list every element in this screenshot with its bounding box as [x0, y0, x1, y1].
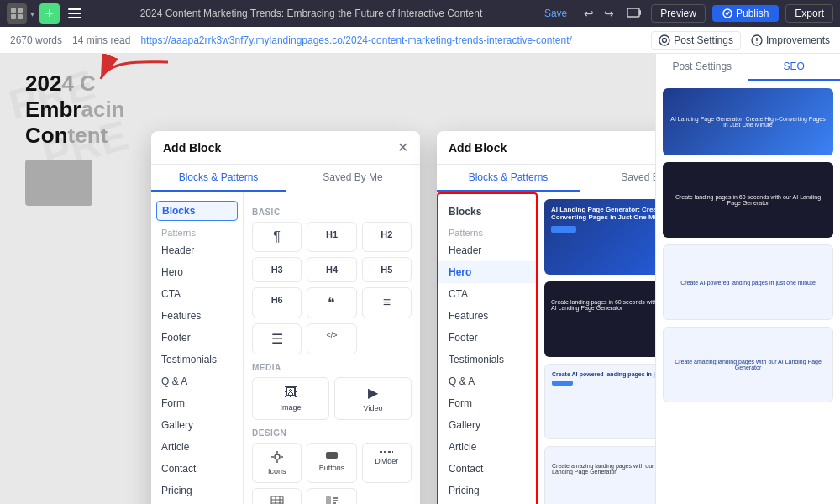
modal-2-sidebar-testimonials[interactable]: Testimonials [438, 349, 536, 370]
sidebar-item-article[interactable]: Article [151, 436, 243, 458]
modal-2-sidebar-features[interactable]: Features [438, 305, 536, 327]
sidebar-item-qa[interactable]: Q & A [151, 370, 243, 392]
design-label: DESIGN [252, 428, 412, 438]
device-toggle-button[interactable] [624, 5, 644, 22]
sidebar-item-hero[interactable]: Hero [151, 261, 243, 283]
toolbar: ▾ + 2024 Content Marketing Trends: Embra… [0, 0, 840, 27]
svg-rect-20 [326, 452, 338, 459]
sub-toolbar: 2670 words 14 mins read https://aaapa2rr… [0, 27, 840, 54]
block-buttons[interactable]: Buttons [307, 443, 356, 483]
block-image[interactable]: 🖼 Image [252, 377, 329, 420]
modal-2-sidebar-pricing[interactable]: Pricing [438, 480, 536, 501]
modal-2-sidebar-form[interactable]: Form [438, 392, 536, 414]
modal-2-sidebar-article[interactable]: Article [438, 436, 536, 458]
block-divider[interactable]: Divider [362, 443, 412, 483]
modal-2-blocks-label: Blocks [438, 201, 536, 223]
sidebar-item-gallery[interactable]: Gallery [151, 414, 243, 436]
modal-2-sidebar-cta[interactable]: CTA [438, 283, 536, 305]
export-button[interactable]: Export [785, 4, 833, 23]
block-table[interactable]: Table [252, 488, 302, 504]
svg-rect-27 [326, 496, 331, 504]
page-url[interactable]: https://aaapa2rrk3w3nf7y.mylandingpages.… [140, 34, 641, 46]
redo-button[interactable]: ↪ [601, 5, 617, 22]
logo-area: ▾ [7, 3, 34, 24]
block-quote[interactable]: ❝ [307, 287, 356, 318]
modal-2-sidebar-gallery[interactable]: Gallery [438, 414, 536, 436]
improvements-button[interactable]: Improvements [751, 31, 830, 50]
modal-2-sidebar-contact[interactable]: Contact [438, 458, 536, 480]
media-blocks-grid: 🖼 Image ▶ Video [252, 377, 412, 420]
logo-chevron-icon[interactable]: ▾ [30, 9, 34, 18]
sidebar-item-form[interactable]: Form [151, 392, 243, 414]
modal-2-sidebar: Blocks Patterns Header Hero CTA Features… [437, 192, 538, 504]
block-media-text[interactable]: Media&Text [307, 488, 356, 504]
svg-rect-7 [627, 8, 639, 17]
modal-2-sidebar-footer[interactable]: Footer [438, 327, 536, 349]
block-list-ordered[interactable]: ≡ [362, 287, 412, 318]
publish-button[interactable]: Publish [712, 5, 779, 22]
right-tab-seo[interactable]: SEO [748, 54, 841, 81]
modal-1-tab-saved[interactable]: Saved By Me [286, 165, 420, 192]
sidebar-item-pricing[interactable]: Pricing [151, 480, 243, 501]
modal-2-sidebar-qa[interactable]: Q & A [438, 370, 536, 392]
block-h1[interactable]: H1 [307, 222, 356, 252]
sidebar-item-testimonials[interactable]: Testimonials [151, 349, 243, 370]
sidebar-item-cta[interactable]: CTA [151, 283, 243, 305]
sidebar-item-contact[interactable]: Contact [151, 458, 243, 480]
logo-icon[interactable] [7, 3, 27, 24]
block-video[interactable]: ▶ Video [334, 377, 412, 420]
modal-2-tab-saved[interactable]: Saved By Me [580, 165, 655, 192]
word-count: 2670 words [10, 34, 62, 46]
right-preview-1[interactable]: AI Landing Page Generator: Create High-C… [663, 88, 833, 155]
block-h3[interactable]: H3 [252, 257, 302, 282]
modal-2-sidebar-hero[interactable]: Hero [438, 261, 536, 283]
sidebar-item-features[interactable]: Features [151, 305, 243, 327]
modal-2-body: Blocks Patterns Header Hero CTA Features… [437, 192, 655, 504]
block-h4[interactable]: H4 [307, 257, 356, 282]
menu-icon[interactable] [65, 3, 85, 24]
sidebar-item-footer[interactable]: Footer [151, 327, 243, 349]
preview-card-4[interactable]: Create amazing landing pages with our AI… [544, 446, 655, 504]
undo-button[interactable]: ↩ [580, 5, 597, 22]
svg-rect-3 [18, 14, 23, 19]
modal-2-patterns-label: Patterns [438, 223, 536, 239]
block-list-unordered[interactable]: ☰ [252, 323, 302, 354]
preview-card-3[interactable]: Create AI-powered landing pages in just … [544, 364, 655, 439]
publish-label: Publish [736, 8, 769, 19]
sub-toolbar-right: Post Settings Improvements [651, 31, 830, 50]
right-preview-4-text: Create amazing landing pages with our AI… [670, 359, 826, 370]
right-preview-3[interactable]: Create AI-powered landing pages in just … [663, 244, 833, 320]
block-code[interactable]: </> [307, 323, 356, 354]
sidebar-item-blocks[interactable]: Blocks [156, 201, 238, 221]
modal-2-title: Add Block [449, 141, 507, 155]
block-paragraph[interactable]: ¶ [252, 222, 302, 252]
block-icons[interactable]: Icons [252, 443, 302, 483]
block-h6[interactable]: H6 [252, 287, 302, 318]
modal-1-header: Add Block ✕ [151, 131, 420, 165]
block-h5[interactable]: H5 [362, 257, 412, 282]
modal-1-close-button[interactable]: ✕ [397, 139, 408, 155]
main-area: PRE PRE 2024 C Embracin Content [0, 54, 840, 504]
design-blocks-grid: Icons Buttons Divider [252, 443, 412, 504]
modal-2-tabs: Blocks & Patterns Saved By Me [437, 165, 655, 192]
editor-area: PRE PRE 2024 C Embracin Content [0, 54, 655, 504]
modal-2-sidebar-header[interactable]: Header [438, 239, 536, 261]
modal-2-tab-blocks[interactable]: Blocks & Patterns [437, 165, 580, 192]
right-tab-post-settings[interactable]: Post Settings [656, 54, 748, 81]
add-block-button[interactable]: + [39, 3, 60, 24]
post-settings-button[interactable]: Post Settings [651, 31, 741, 50]
sidebar-item-header[interactable]: Header [151, 239, 243, 261]
preview-button[interactable]: Preview [651, 4, 706, 23]
block-h2[interactable]: H2 [362, 222, 412, 252]
modal-1-tab-blocks[interactable]: Blocks & Patterns [151, 165, 286, 192]
right-preview-1-text: AI Landing Page Generator: Create High-C… [669, 116, 827, 128]
right-preview-4[interactable]: Create amazing landing pages with our AI… [663, 327, 833, 402]
save-button[interactable]: Save [538, 5, 574, 22]
preview-card-2[interactable]: Create landing pages in 60 seconds with … [544, 281, 655, 357]
preview-card-1[interactable]: AI Landing Page Generator: Create High-C… [544, 199, 655, 275]
right-preview-2[interactable]: Create landing pages in 60 seconds with … [663, 162, 833, 238]
read-time: 14 mins read [72, 34, 130, 46]
media-label: MEDIA [252, 363, 412, 372]
svg-rect-6 [68, 17, 81, 18]
modal-2-header: Add Block ✕ [437, 131, 655, 165]
